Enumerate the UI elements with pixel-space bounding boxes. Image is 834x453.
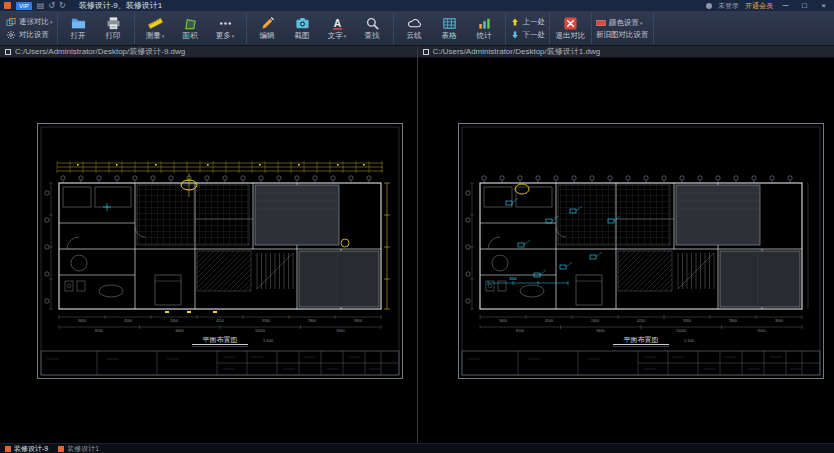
svg-text:10200: 10200 [676,329,686,333]
member-cta[interactable]: 开通会员 [745,1,773,11]
chevron-down-icon: ▾ [232,33,235,39]
dwg-file-icon [5,446,11,452]
svg-text:8100: 8100 [95,329,103,333]
ribbon-button-label: 新旧图对比设置 [596,31,649,39]
svg-text:3300: 3300 [262,319,270,323]
svg-text:2400: 2400 [170,319,178,323]
viewport-right: C:/Users/Administrator/Desktop/装修设计1.dwg… [418,46,834,443]
ribbon-button-compare[interactable]: 逐张对比▾ [6,17,53,27]
svg-text:4500: 4500 [545,319,553,323]
statusbar: 装修设计-9装修设计1 [0,443,834,453]
svg-text:2800: 2800 [729,319,737,323]
svg-text:A: A [333,18,341,29]
chart-icon [477,16,492,31]
undo-icon[interactable]: ↺ [48,2,55,10]
text-icon: A [330,16,345,31]
ribbon-button-table[interactable]: 表格 [433,16,466,40]
viewport-right-header: C:/Users/Administrator/Desktop/装修设计1.dwg [418,46,834,58]
ribbon-button-chart[interactable]: 统计 [468,16,501,40]
gear-icon [6,30,16,40]
ribbon-button-label: 云线 [407,32,422,40]
ribbon-button-printer[interactable]: 打印 [97,16,130,40]
ribbon-button-text[interactable]: A文字▾ [321,16,354,40]
table-icon [442,16,457,31]
svg-text:6600: 6600 [176,329,184,333]
compare-view: C:/Users/Administrator/Desktop/装修设计-9.dw… [0,46,834,443]
arrow-up-icon [510,17,520,27]
ribbon-button-label: 更多▾ [216,32,235,40]
svg-text:4200: 4200 [216,319,224,323]
drawing-canvas-left[interactable]: 3600450024004200330028003900810066001020… [0,58,417,443]
file-path-left: C:/Users/Administrator/Desktop/装修设计-9.dw… [15,46,185,57]
arrow-down-icon [510,30,520,40]
ribbon-button-label: 对比设置 [19,31,49,39]
minimize-button[interactable]: ─ [779,0,792,11]
ribbon-button-ruler[interactable]: 测量▾ [139,16,172,40]
svg-text:6600: 6600 [596,329,604,333]
compare-icon [6,17,16,27]
pencil-icon [260,16,275,31]
file-icon [5,49,11,55]
chevron-down-icon: ▾ [162,33,165,39]
floor-plan-drawing-left: 3600450024004200330028003900810066001020… [37,123,403,379]
file-tab-0[interactable]: 装修设计-9 [5,444,48,453]
ribbon-button-folder[interactable]: 打开 [62,16,95,40]
ribbon-button-arrow-up[interactable]: 上一处 [510,17,546,27]
file-tab-label: 装修设计1 [67,444,99,453]
ribbon-group-0: 逐张对比▾对比设置 [2,12,58,44]
vip-badge[interactable]: VIP [16,2,32,10]
ribbon-group-7: 颜色设置▾新旧图对比设置 [592,12,654,44]
svg-text:平面布置图: 平面布置图 [203,336,238,344]
ribbon-button-camera[interactable]: 截图 [286,16,319,40]
svg-text:平面布置图: 平面布置图 [623,336,658,344]
svg-text:3900: 3900 [354,319,362,323]
close-button[interactable]: × [817,0,830,11]
svg-text:3600: 3600 [499,319,507,323]
exit-icon [563,16,578,31]
ribbon-group-3: 编辑截图A文字▾查找 [247,12,394,44]
ribbon-button-label: 面积 [183,32,198,40]
dwg-file-icon [58,446,64,452]
ribbon-button-label: 逐张对比▾ [19,18,53,26]
ribbon-group-5: 上一处下一处 [506,12,551,44]
ribbon-button-label: 颜色设置▾ [609,19,643,27]
ribbon-button-label: 表格 [442,32,457,40]
ribbon-group-1: 打开打印 [58,12,135,44]
app-logo-icon [4,2,11,9]
redo-icon[interactable]: ↻ [59,2,66,10]
file-icon [423,49,429,55]
file-tab-1[interactable]: 装修设计1 [58,444,99,453]
user-avatar-icon[interactable] [706,3,712,9]
ribbon-button-cloud[interactable]: 云线 [398,16,431,40]
ribbon-button-arrow-down[interactable]: 下一处 [510,30,546,40]
ribbon-button-more[interactable]: 更多▾ [209,16,242,40]
ribbon-button-swatch[interactable]: 颜色设置▾ [596,18,649,28]
ribbon-button-label: 文字▾ [328,32,347,40]
ribbon-button-pencil[interactable]: 编辑 [251,16,284,40]
ribbon-button-exit[interactable]: 退出对比 [554,16,587,40]
viewport-left: C:/Users/Administrator/Desktop/装修设计-9.dw… [0,46,418,443]
cloud-icon [407,16,422,31]
maximize-button[interactable]: □ [798,0,811,11]
ribbon-button-label: 下一处 [523,31,546,39]
ribbon-button-none[interactable]: 新旧图对比设置 [596,31,649,39]
ribbon-button-search[interactable]: 查找 [356,16,389,40]
svg-text:9000: 9000 [757,329,765,333]
ribbon-group-4: 云线表格统计 [394,12,506,44]
chevron-down-icon: ▾ [50,19,53,25]
ribbon-button-label: 查找 [365,32,380,40]
window-title: 装修设计-9、装修设计1 [79,0,163,11]
drawing-canvas-right[interactable]: 4500360045002400420033002800390081006600… [418,58,834,443]
svg-text:2400: 2400 [591,319,599,323]
login-status[interactable]: 未登录 [718,1,739,11]
ribbon-button-gear[interactable]: 对比设置 [6,30,53,40]
ribbon-button-label: 上一处 [523,18,546,26]
svg-text:3900: 3900 [775,319,783,323]
ribbon-button-area[interactable]: 面积 [174,16,207,40]
more-icon [218,16,233,31]
svg-text:4500: 4500 [509,277,516,281]
search-icon [365,16,380,31]
file-tab-label: 装修设计-9 [14,444,48,453]
save-icon[interactable]: ▤ [37,2,45,10]
titlebar-right: 未登录 开通会员 ─ □ × [706,0,830,11]
